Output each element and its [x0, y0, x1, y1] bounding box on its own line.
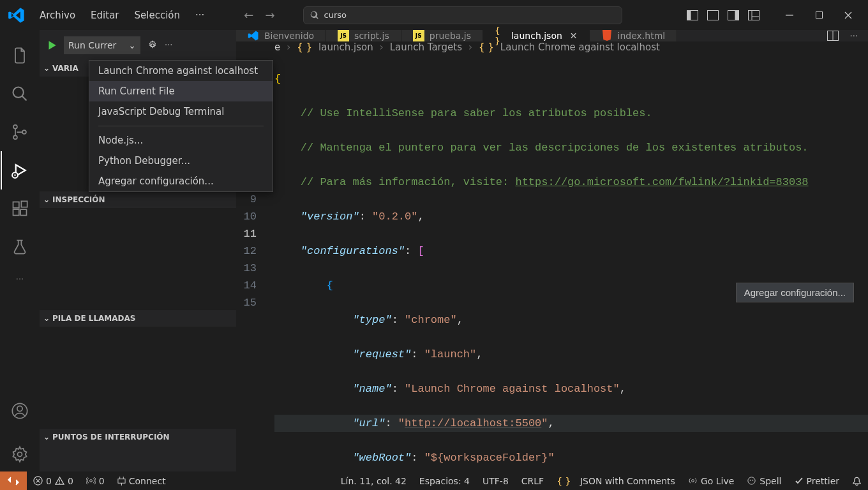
dropdown-item[interactable]: Python Debugger... — [89, 151, 273, 171]
tab-prueba-js[interactable]: JS prueba.js — [401, 30, 483, 41]
menu-archivo[interactable]: Archivo — [32, 4, 83, 26]
svg-point-33 — [89, 480, 92, 482]
code-content[interactable]: { // Use IntelliSense para saber los atr… — [274, 53, 868, 490]
menu-editar[interactable]: Editar — [83, 4, 126, 26]
dropdown-item[interactable]: Run Current File — [89, 81, 273, 101]
activity-more-icon[interactable]: ··· — [1, 266, 39, 292]
status-lincol[interactable]: Lín. 11, col. 42 — [334, 476, 413, 486]
activity-debug-icon[interactable] — [1, 151, 39, 189]
js-icon: JS — [338, 30, 349, 41]
svg-rect-8 — [786, 15, 793, 16]
activity-scm-icon[interactable] — [1, 113, 39, 151]
status-connect[interactable]: Connect — [111, 476, 172, 486]
layout-customize-icon[interactable] — [745, 8, 762, 22]
svg-point-10 — [13, 87, 24, 98]
breadcrumb-segment[interactable]: Launch Targets — [390, 41, 462, 53]
section-callstack[interactable]: ⌄ PILA DE LLAMADAS — [40, 310, 236, 327]
nav-forward-icon[interactable]: → — [265, 8, 274, 22]
layout-left-icon[interactable] — [684, 8, 701, 22]
json-icon: { } — [297, 41, 312, 53]
split-editor-icon[interactable] — [827, 31, 839, 41]
svg-point-26 — [151, 43, 154, 47]
activity-explorer-icon[interactable] — [1, 36, 39, 75]
start-debug-icon[interactable] — [46, 40, 57, 51]
section-breakpoints[interactable]: ⌄ PUNTOS DE INTERRUPCIÓN — [40, 429, 236, 445]
activity-testing-icon[interactable] — [1, 228, 39, 266]
status-eol[interactable]: CRLF — [515, 476, 550, 486]
window-close-icon[interactable] — [834, 0, 863, 30]
titlebar: Archivo Editar Selección ··· ← → curso — [0, 0, 868, 30]
watch-body — [40, 208, 236, 310]
statusbar: 0 0 0 Connect Lín. 11, col. 42 Espacios:… — [0, 471, 868, 490]
svg-point-14 — [22, 130, 26, 134]
dropdown-item[interactable]: Launch Chrome against localhost — [89, 61, 273, 81]
breadcrumbs[interactable]: e › { } launch.json › Launch Targets › {… — [236, 41, 868, 53]
nav-back-icon[interactable]: ← — [244, 8, 253, 22]
activity-search-icon[interactable] — [1, 75, 39, 113]
html-icon — [601, 30, 613, 41]
callstack-body — [40, 327, 236, 429]
breadcrumb-segment[interactable]: Launch Chrome against localhost — [500, 41, 660, 53]
window-minimize-icon[interactable] — [775, 0, 804, 30]
svg-point-32 — [59, 483, 60, 484]
debug-settings-icon[interactable] — [147, 40, 158, 51]
chevron-right-icon: › — [380, 41, 384, 53]
vscode-icon — [248, 30, 259, 41]
debug-config-dropdown: Launch Chrome against localhost Run Curr… — [89, 60, 273, 192]
tab-more-icon[interactable]: ··· — [850, 31, 858, 41]
svg-rect-22 — [21, 201, 27, 207]
debug-config-select[interactable]: Run Currer ⌄ — [64, 36, 140, 54]
activity-extensions-icon[interactable] — [1, 189, 39, 228]
breadcrumb-file[interactable]: launch.json — [318, 41, 373, 53]
svg-point-39 — [748, 477, 755, 484]
vscode-logo-icon — [8, 6, 26, 24]
section-watch[interactable]: ⌄ INSPECCIÓN — [40, 191, 236, 208]
menu-more-icon[interactable]: ··· — [188, 4, 212, 26]
status-errors[interactable]: 0 0 — [27, 476, 80, 486]
svg-rect-34 — [118, 479, 125, 484]
dropdown-separator — [98, 126, 264, 126]
svg-point-41 — [752, 480, 754, 481]
dropdown-item[interactable]: Node.js... — [89, 130, 273, 151]
status-prettier[interactable]: Prettier — [788, 476, 846, 486]
svg-line-11 — [22, 96, 27, 101]
search-icon — [310, 11, 319, 20]
tab-bienvenido[interactable]: Bienvenido — [236, 30, 326, 41]
tab-launch-json[interactable]: { } launch.json ✕ — [483, 30, 590, 41]
search-text: curso — [324, 10, 347, 20]
layout-right-icon[interactable] — [725, 8, 742, 22]
menu-seleccion[interactable]: Selección — [127, 4, 188, 26]
status-encoding[interactable]: UTF-8 — [476, 476, 515, 486]
dropdown-item[interactable]: Agregar configuración... — [89, 171, 273, 191]
status-bell-icon[interactable] — [846, 476, 868, 486]
chevron-down-icon: ⌄ — [43, 64, 50, 73]
activity-account-icon[interactable] — [1, 392, 39, 430]
remote-indicator-icon[interactable] — [0, 471, 27, 490]
svg-point-16 — [14, 174, 16, 176]
status-spell[interactable]: Spell — [740, 476, 788, 486]
folder-icon: e — [274, 41, 280, 53]
status-golive[interactable]: Go Live — [682, 476, 740, 486]
activity-settings-icon[interactable] — [1, 436, 39, 471]
tab-script-js[interactable]: JS script.js — [326, 30, 401, 41]
tab-close-icon[interactable]: ✕ — [570, 31, 578, 41]
code-editor[interactable]: 8 9 10 11 12 13 14 15 { // Use IntelliSe… — [236, 53, 868, 490]
dropdown-item[interactable]: JavaScript Debug Terminal — [89, 101, 273, 122]
status-language[interactable]: { } JSON with Comments — [550, 476, 682, 486]
add-configuration-button[interactable]: Agregar configuración... — [736, 283, 854, 302]
svg-rect-2 — [708, 10, 719, 20]
debug-more-icon[interactable]: ··· — [165, 40, 172, 50]
svg-rect-20 — [13, 209, 19, 215]
svg-rect-4 — [735, 10, 739, 20]
status-port[interactable]: 0 — [80, 476, 111, 486]
svg-point-24 — [17, 406, 22, 411]
window-maximize-icon[interactable] — [804, 0, 834, 30]
debug-header: Run Currer ⌄ ··· — [40, 30, 236, 60]
editor-area: Bienvenido JS script.js JS prueba.js { }… — [236, 30, 868, 471]
status-spaces[interactable]: Espacios: 4 — [413, 476, 476, 486]
svg-rect-9 — [816, 12, 822, 19]
command-center[interactable]: curso — [303, 6, 622, 24]
chevron-right-icon: › — [287, 41, 290, 53]
layout-bottom-icon[interactable] — [705, 8, 721, 22]
tab-index-html[interactable]: index.html — [590, 30, 678, 41]
